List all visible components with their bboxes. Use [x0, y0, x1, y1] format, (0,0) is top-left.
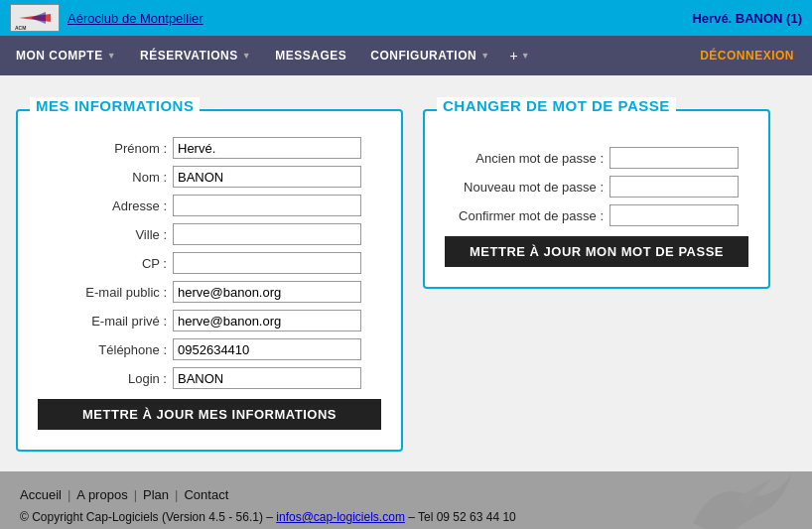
footer-copyright: © Copyright Cap-Logiciels (Version 4.5 -… [20, 510, 792, 524]
info-row-telephone: Téléphone : [38, 338, 381, 360]
info-row-email_prive: E-mail privé : [38, 310, 381, 331]
footer-accueil[interactable]: Accueil [20, 487, 62, 502]
label-prenom: Prénom : [38, 141, 167, 156]
input-email_public[interactable] [173, 281, 361, 303]
info-form: Prénom :Nom :Adresse :Ville :CP :E-mail … [38, 137, 381, 389]
password-panel: CHANGER DE MOT DE PASSE Ancien mot de pa… [423, 109, 770, 289]
label-email_public: E-mail public : [38, 285, 167, 300]
pw-input-confirm_password[interactable] [609, 204, 739, 226]
label-login: Login : [38, 371, 167, 386]
logo-area: ACM Aéroclub de Montpellier [10, 4, 203, 32]
footer-links: Accueil | A propos | Plan | Contact [20, 487, 792, 502]
info-panel-title: MES INFORMATIONS [30, 97, 200, 114]
password-panel-title: CHANGER DE MOT DE PASSE [437, 97, 676, 114]
pw-label-new_password: Nouveau mot de passe : [445, 180, 604, 195]
logo-image: ACM [10, 4, 60, 32]
site-title: Aéroclub de Montpellier [68, 11, 203, 26]
label-email_prive: E-mail privé : [38, 314, 167, 329]
nav-reservations-arrow: ▼ [242, 51, 251, 61]
info-row-login: Login : [38, 367, 381, 389]
nav-deconnexion[interactable]: DÉCONNEXION [686, 36, 808, 75]
nav-reservations[interactable]: RÉSERVATIONS ▼ [128, 36, 263, 75]
input-nom[interactable] [173, 166, 361, 188]
nav-mon-compte-arrow: ▼ [107, 51, 116, 61]
label-adresse: Adresse : [38, 198, 167, 213]
update-password-button[interactable]: METTRE À JOUR MON MOT DE PASSE [445, 236, 748, 267]
label-nom: Nom : [38, 170, 167, 185]
pw-row-old_password: Ancien mot de passe : [445, 147, 748, 169]
nav-mon-compte[interactable]: MON COMPTE ▼ [4, 36, 128, 75]
nav-configuration-arrow: ▼ [480, 51, 489, 61]
pw-label-confirm_password: Confirmer mot de passe : [445, 208, 604, 223]
label-ville: Ville : [38, 227, 167, 242]
site-title-link[interactable]: Aéroclub de Montpellier [68, 11, 203, 26]
input-login[interactable] [173, 367, 361, 389]
info-row-email_public: E-mail public : [38, 281, 381, 303]
info-row-prenom: Prénom : [38, 137, 381, 159]
info-panel: MES INFORMATIONS Prénom :Nom :Adresse :V… [16, 109, 403, 452]
user-info: Hervé. BANON (1) [692, 11, 802, 26]
pw-input-old_password[interactable] [609, 147, 739, 169]
input-email_prive[interactable] [173, 310, 361, 331]
footer-contact[interactable]: Contact [184, 487, 228, 502]
label-cp: CP : [38, 256, 167, 271]
input-ville[interactable] [173, 223, 361, 245]
pw-input-new_password[interactable] [609, 176, 739, 198]
footer: Accueil | A propos | Plan | Contact © Co… [0, 471, 812, 529]
nav-plus-arrow: ▼ [521, 51, 530, 61]
footer-plan[interactable]: Plan [143, 487, 169, 502]
input-adresse[interactable] [173, 195, 361, 216]
pw-label-old_password: Ancien mot de passe : [445, 151, 604, 166]
nav-configuration[interactable]: CONFIGURATION ▼ [358, 36, 501, 75]
footer-apropos[interactable]: A propos [76, 487, 127, 502]
top-bar: ACM Aéroclub de Montpellier Hervé. BANON… [0, 0, 812, 36]
pw-row-confirm_password: Confirmer mot de passe : [445, 204, 748, 226]
nav-messages[interactable]: MESSAGES [263, 36, 358, 75]
info-row-adresse: Adresse : [38, 195, 381, 216]
update-info-button[interactable]: METTRE À JOUR MES INFORMATIONS [38, 399, 381, 430]
info-row-cp: CP : [38, 252, 381, 274]
nav-plus[interactable]: + ▼ [502, 36, 538, 75]
svg-text:ACM: ACM [15, 25, 26, 31]
label-telephone: Téléphone : [38, 342, 167, 357]
input-cp[interactable] [173, 252, 361, 274]
pw-row-new_password: Nouveau mot de passe : [445, 176, 748, 198]
pw-form: Ancien mot de passe :Nouveau mot de pass… [445, 147, 748, 226]
info-row-ville: Ville : [38, 223, 381, 245]
footer-email[interactable]: infos@cap-logiciels.com [276, 510, 405, 524]
main-content: MES INFORMATIONS Prénom :Nom :Adresse :V… [0, 75, 812, 471]
input-telephone[interactable] [173, 338, 361, 360]
input-prenom[interactable] [173, 137, 361, 159]
info-row-nom: Nom : [38, 166, 381, 188]
nav-bar: MON COMPTE ▼ RÉSERVATIONS ▼ MESSAGES CON… [0, 36, 812, 75]
